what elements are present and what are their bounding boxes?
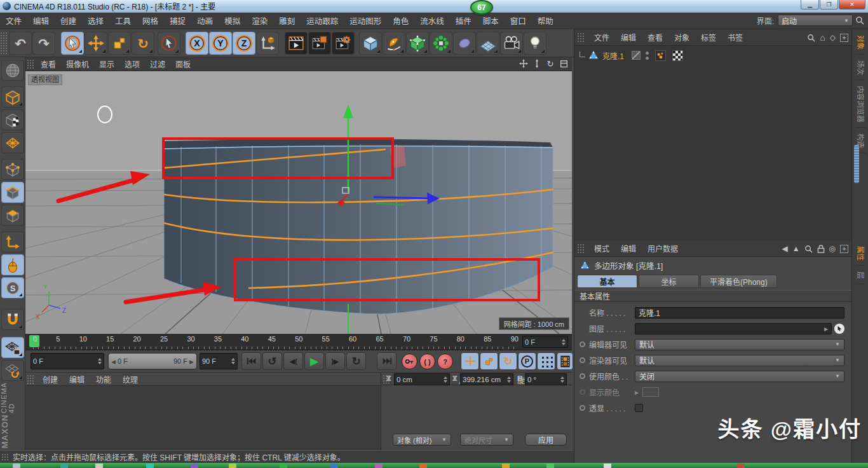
lock-icon[interactable] [817, 245, 825, 253]
end-frame-spinner[interactable]: 90 F [200, 353, 238, 369]
taskbar-icon[interactable] [229, 464, 236, 468]
last-used-tool[interactable] [158, 32, 180, 55]
home-icon[interactable]: ⌂ [820, 32, 825, 43]
title-bar[interactable]: CINEMA 4D R18.011 Studio (RC - R18) - [未… [0, 0, 868, 13]
material-manager[interactable]: 创建编辑功能纹理 [25, 373, 381, 450]
menu-item[interactable]: 捕捉 [164, 15, 191, 27]
add-spline-button[interactable] [383, 32, 405, 55]
anim-dot[interactable] [580, 373, 585, 379]
apply-button[interactable]: 应用 [525, 434, 567, 446]
menu-item[interactable]: 角色 [387, 15, 414, 27]
key-position-button[interactable] [461, 352, 479, 370]
previous-key-button[interactable]: ◀( [283, 352, 303, 370]
menu-item[interactable]: 流水线 [414, 15, 450, 27]
taskbar-icon[interactable] [737, 464, 745, 468]
tab-basic[interactable]: 基本 [577, 275, 637, 288]
taskbar-icon[interactable] [502, 464, 510, 468]
menu-item[interactable]: 插件 [450, 15, 477, 27]
lock-x-axis-button[interactable]: X [186, 32, 208, 55]
anim-dot[interactable] [580, 357, 585, 363]
menu-item[interactable]: 创建 [55, 15, 82, 27]
menu-item[interactable]: 运动图形 [344, 15, 387, 27]
menu-item[interactable]: 雕刻 [273, 15, 301, 27]
editor-visibility-dropdown[interactable]: 默认▼ [635, 339, 844, 350]
taskbar-icon[interactable] [191, 464, 198, 468]
attribute-menu-item[interactable]: 用户数据 [642, 243, 684, 254]
object-manager-menu-item[interactable]: 对象 [668, 32, 695, 43]
menu-item[interactable]: 帮助 [532, 15, 559, 27]
key-parameter-button[interactable]: P [518, 352, 536, 370]
material-menu-item[interactable]: 创建 [37, 374, 64, 385]
tab-phong[interactable]: 平滑着色(Phong) [700, 275, 777, 288]
layer-chip[interactable] [632, 51, 641, 60]
goto-end-button[interactable] [377, 352, 397, 370]
render-visibility-dropdown[interactable]: 默认▼ [635, 355, 844, 366]
taskbar-icon[interactable] [60, 464, 68, 468]
object-manager-grip[interactable] [577, 32, 585, 43]
menu-item[interactable]: 选择 [82, 15, 109, 27]
menu-item[interactable]: 渲染 [246, 15, 273, 27]
enable-axis-button[interactable] [1, 231, 24, 252]
viewport-pan-icon[interactable] [518, 58, 529, 69]
object-manager-menu-item[interactable]: 文件 [588, 32, 615, 43]
goto-start-button[interactable] [241, 352, 261, 370]
scale-tool[interactable] [108, 32, 131, 55]
record-key-button[interactable] [402, 354, 417, 369]
basic-properties-section[interactable]: 基本属性 [574, 290, 852, 302]
key-pla-button[interactable] [537, 352, 555, 370]
next-key-button[interactable]: )▶ [325, 352, 345, 370]
perspective-viewport[interactable]: 查看摄像机显示选项过滤面板 ↻ [25, 57, 572, 334]
add-mograph-button[interactable] [430, 32, 452, 55]
menu-item[interactable]: 脚本 [477, 15, 505, 27]
render-settings-button[interactable] [332, 32, 355, 55]
model-mode-button[interactable] [1, 86, 24, 107]
display-color-swatch[interactable] [642, 387, 659, 397]
toolbar-grip[interactable] [0, 32, 8, 55]
render-region-button[interactable] [308, 32, 331, 55]
play-button[interactable]: ▶ [304, 352, 324, 370]
viewport-solo-button[interactable]: S [1, 277, 24, 298]
windows-taskbar[interactable] [0, 463, 868, 468]
keyframe-options-button[interactable]: ? [437, 354, 453, 369]
timeline-window-button[interactable] [557, 352, 573, 370]
search-icon[interactable] [855, 16, 864, 25]
object-manager-menu-item[interactable]: 标签 [695, 32, 722, 43]
play-backward-button[interactable]: ↺ [262, 352, 282, 370]
tweak-mode-button[interactable] [1, 254, 24, 275]
taskbar-icon[interactable] [330, 464, 338, 468]
add-panel-icon[interactable]: + [840, 245, 848, 253]
start-frame-spinner[interactable]: 0 F [31, 353, 104, 369]
taskbar-icon[interactable] [146, 464, 154, 468]
edges-mode-button[interactable] [1, 182, 24, 203]
menu-item[interactable]: 模拟 [219, 15, 246, 27]
tab-attributes[interactable]: 属性 [856, 242, 866, 266]
rotation-field[interactable]: 0 ° [525, 373, 567, 385]
layer-field[interactable]: ▸ [635, 323, 832, 334]
viewport-menu-item[interactable]: 查看 [36, 59, 61, 69]
menu-item[interactable]: 文件 [0, 15, 27, 27]
viewport-menu-item[interactable]: 摄像机 [61, 59, 94, 69]
viewport-rotate-icon[interactable]: ↻ [545, 58, 556, 69]
add-light-button[interactable] [524, 32, 546, 55]
object-row[interactable]: 克隆.1 [580, 50, 683, 61]
taskbar-icon[interactable] [546, 464, 554, 468]
add-primitive-button[interactable] [359, 32, 382, 55]
taskbar-icon[interactable] [604, 464, 611, 468]
viewport-canvas[interactable]: Y X Z 透视视图 网格间距 : 1000 cm [25, 71, 572, 334]
close-button[interactable]: ✕ [839, 0, 865, 10]
play-forward-button[interactable]: ↻ [346, 352, 366, 370]
frame-range-slider[interactable]: ◀ 0 F 90 F ▶ [108, 353, 197, 369]
add-panel-icon[interactable]: + [840, 34, 848, 42]
attribute-menu-item[interactable]: 模式 [588, 243, 615, 254]
object-manager-menu-item[interactable]: 查看 [642, 32, 668, 43]
uvw-tag-icon[interactable] [672, 50, 683, 61]
anim-dot[interactable] [580, 341, 585, 347]
tab-takes[interactable]: 场次 [856, 56, 866, 80]
menu-item[interactable]: 工具 [109, 15, 137, 27]
track-target-icon[interactable]: ◎ [829, 244, 836, 253]
add-subdivision-button[interactable] [406, 32, 429, 55]
menu-item[interactable]: 窗口 [505, 15, 532, 27]
lock-workplane-button[interactable] [1, 337, 24, 358]
view-label[interactable]: 透视视图 [28, 74, 62, 85]
attribute-menu-item[interactable]: 编辑 [615, 243, 642, 254]
